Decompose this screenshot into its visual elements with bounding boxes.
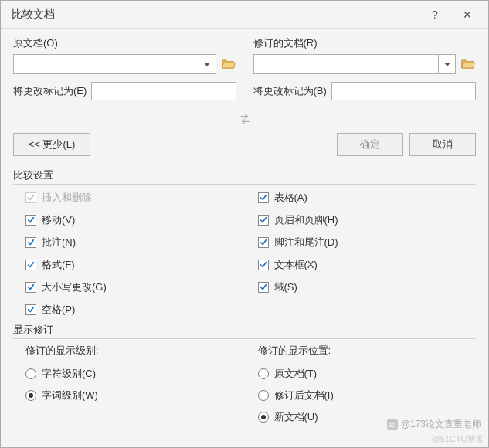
ok-button[interactable]: 确定 [337, 133, 403, 156]
radio-item[interactable]: 字符级别(C) [25, 367, 241, 381]
original-label: 原文档(O) [13, 36, 236, 50]
revised-markas-input[interactable] [331, 82, 476, 100]
help-button[interactable]: ? [419, 4, 451, 25]
checkbox-box [258, 260, 269, 270]
checkbox-box [25, 237, 36, 248]
checkbox-label: 域(S) [274, 280, 297, 294]
checkbox-item: 插入和删除 [25, 191, 241, 205]
swap-button[interactable] [237, 111, 253, 127]
chevron-down-icon [204, 63, 210, 66]
checkbox-box [25, 215, 36, 226]
checkbox-item[interactable]: 批注(N) [25, 236, 241, 249]
position-label: 修订的显示位置: [258, 344, 474, 358]
checkbox-box [25, 192, 36, 203]
swap-row [13, 100, 476, 133]
checkbox-label: 格式(F) [42, 258, 75, 272]
cancel-button[interactable]: 取消 [409, 133, 476, 156]
original-document-combo[interactable] [13, 54, 216, 74]
original-document-input[interactable] [14, 55, 199, 73]
radio-label: 修订后文档(I) [274, 389, 334, 402]
revised-document-dropdown[interactable] [438, 55, 455, 73]
revised-browse-button[interactable] [460, 57, 476, 71]
show-revisions-header: 显示修订 [13, 323, 476, 339]
checkbox-label: 表格(A) [274, 191, 307, 205]
radio-circle [258, 368, 269, 379]
checkbox-item[interactable]: 移动(V) [25, 213, 241, 227]
compare-settings: 插入和删除移动(V)批注(N)格式(F)大小写更改(G)空格(P) 表格(A)页… [13, 186, 476, 320]
checkbox-box [25, 282, 36, 293]
checkbox-item[interactable]: 页眉和页脚(H) [258, 213, 474, 227]
checkbox-label: 批注(N) [42, 236, 76, 249]
checkbox-box [258, 237, 269, 248]
titlebar: 比较文档 ? ✕ [1, 1, 488, 29]
original-document-dropdown[interactable] [199, 55, 216, 73]
checkbox-label: 插入和删除 [42, 191, 92, 205]
radio-item[interactable]: 原文档(T) [258, 367, 474, 381]
show-position-column: 修订的显示位置: 原文档(T)修订后文档(I)新文档(U) [258, 344, 474, 424]
original-markas-label: 将更改标记为(E) [13, 84, 87, 98]
checkbox-item[interactable]: 格式(F) [25, 258, 241, 272]
checkbox-label: 移动(V) [42, 213, 75, 227]
radio-circle [258, 412, 269, 423]
radio-circle [25, 390, 36, 401]
radio-item[interactable]: 修订后文档(I) [258, 389, 474, 402]
checkbox-label: 空格(P) [42, 303, 75, 317]
revised-document-combo[interactable] [253, 54, 457, 74]
radio-item[interactable]: 字词级别(W) [25, 389, 241, 402]
compare-documents-dialog: 比较文档 ? ✕ 原文档(O) 将更改标记为(E) [0, 0, 489, 448]
revised-markas-label: 将更改标记为(B) [253, 84, 327, 98]
compare-settings-header: 比较设置 [13, 168, 476, 185]
zhihu-icon: 知 [387, 419, 398, 430]
checkbox-label: 页眉和页脚(H) [274, 213, 338, 227]
show-revisions: 修订的显示级别: 字符级别(C)字词级别(W) 修订的显示位置: 原文档(T)修… [13, 341, 476, 424]
close-button[interactable]: ✕ [451, 4, 484, 25]
content-area: 原文档(O) 将更改标记为(E) 修订的文档(R) [1, 29, 488, 424]
show-level-column: 修订的显示级别: 字符级别(C)字词级别(W) [25, 344, 241, 424]
checkbox-item[interactable]: 表格(A) [258, 191, 474, 205]
compare-right-column: 表格(A)页眉和页脚(H)脚注和尾注(D)文本框(X)域(S) [258, 191, 474, 317]
checkbox-item[interactable]: 域(S) [258, 280, 474, 294]
revised-label: 修订的文档(R) [253, 36, 477, 50]
level-label: 修订的显示级别: [25, 344, 241, 358]
revised-document-input[interactable] [254, 55, 439, 73]
checkbox-item[interactable]: 空格(P) [25, 303, 241, 317]
checkbox-box [258, 192, 269, 203]
documents-row: 原文档(O) 将更改标记为(E) 修订的文档(R) [13, 36, 476, 100]
radio-label: 字符级别(C) [42, 367, 96, 381]
original-document-section: 原文档(O) 将更改标记为(E) [13, 36, 236, 100]
radio-label: 原文档(T) [274, 367, 318, 381]
checkbox-item[interactable]: 文本框(X) [258, 258, 474, 272]
radio-circle [258, 390, 269, 401]
radio-label: 字词级别(W) [42, 389, 98, 402]
original-browse-button[interactable] [221, 57, 236, 71]
watermark-51cto: @51CTO博客 [432, 433, 484, 445]
original-markas-input[interactable] [91, 82, 236, 100]
chevron-down-icon [444, 63, 450, 66]
less-button[interactable]: << 更少(L) [13, 133, 90, 156]
revised-document-section: 修订的文档(R) 将更改标记为(B) [253, 36, 477, 100]
svg-text:知: 知 [389, 421, 395, 428]
checkbox-item[interactable]: 脚注和尾注(D) [258, 236, 474, 249]
checkbox-label: 脚注和尾注(D) [274, 236, 338, 249]
checkbox-box [258, 215, 269, 226]
radio-circle [25, 368, 36, 379]
compare-left-column: 插入和删除移动(V)批注(N)格式(F)大小写更改(G)空格(P) [25, 191, 241, 317]
action-buttons: << 更少(L) 确定 取消 [13, 133, 476, 156]
checkbox-label: 大小写更改(G) [42, 280, 107, 294]
checkbox-box [25, 304, 36, 315]
checkbox-box [25, 260, 36, 270]
checkbox-item[interactable]: 大小写更改(G) [25, 280, 241, 294]
checkbox-label: 文本框(X) [274, 258, 318, 272]
radio-label: 新文档(U) [274, 410, 318, 424]
dialog-title: 比较文档 [12, 8, 419, 22]
watermark-zhihu: 知 @173论文查重老师 [387, 418, 481, 431]
checkbox-box [258, 282, 269, 293]
